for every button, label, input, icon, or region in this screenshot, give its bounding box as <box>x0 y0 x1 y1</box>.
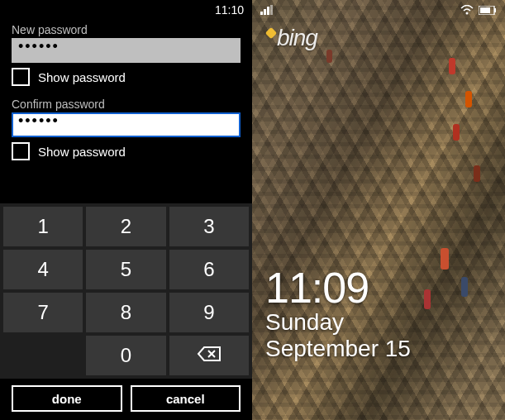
key-8[interactable]: 8 <box>86 293 165 332</box>
key-3[interactable]: 3 <box>169 207 249 246</box>
show-password-label: Show password <box>38 70 126 84</box>
svg-rect-6 <box>480 7 490 13</box>
lock-day: Sunday <box>265 309 411 336</box>
numeric-keypad: 1 2 3 4 5 6 7 8 9 0 <box>0 203 252 379</box>
key-6[interactable]: 6 <box>169 250 249 289</box>
backspace-icon <box>197 344 222 367</box>
done-button[interactable]: done <box>12 385 122 412</box>
cancel-button[interactable]: cancel <box>131 385 241 412</box>
status-bar: 11:10 <box>0 0 252 20</box>
show-new-password-row[interactable]: Show password <box>12 68 241 86</box>
bing-logo: bing <box>267 25 317 51</box>
bing-text: bing <box>277 25 317 51</box>
key-9[interactable]: 9 <box>169 293 249 332</box>
svg-rect-7 <box>494 8 496 12</box>
checkbox-icon[interactable] <box>12 68 30 86</box>
show-confirm-password-row[interactable]: Show password <box>12 142 241 160</box>
svg-rect-3 <box>270 5 273 15</box>
key-2[interactable]: 2 <box>86 207 165 246</box>
checkbox-icon[interactable] <box>12 142 30 160</box>
confirm-password-input[interactable]: •••••• <box>12 112 241 137</box>
status-time: 11:10 <box>215 3 244 17</box>
password-screen: 11:10 New password •••••• Show password … <box>0 0 252 420</box>
key-7[interactable]: 7 <box>3 293 83 332</box>
key-4[interactable]: 4 <box>3 250 83 289</box>
key-1[interactable]: 1 <box>3 207 83 246</box>
lock-screen[interactable]: bing 11:09 Sunday September 15 <box>252 0 505 420</box>
key-blank <box>3 336 83 375</box>
signal-icon <box>260 5 274 15</box>
battery-icon <box>479 6 497 15</box>
wifi-icon <box>460 5 474 15</box>
key-0[interactable]: 0 <box>86 336 165 375</box>
key-5[interactable]: 5 <box>86 250 165 289</box>
confirm-password-label: Confirm password <box>12 98 241 111</box>
lock-time: 11:09 <box>265 266 411 309</box>
bing-accent-icon <box>265 27 277 39</box>
key-backspace[interactable] <box>169 336 249 375</box>
new-password-label: New password <box>12 23 241 36</box>
lock-info: 11:09 Sunday September 15 <box>265 266 411 362</box>
lock-date: September 15 <box>265 336 411 362</box>
new-password-input[interactable]: •••••• <box>12 38 241 63</box>
status-bar <box>252 0 505 20</box>
svg-point-4 <box>466 12 469 15</box>
svg-rect-0 <box>260 12 263 15</box>
password-form: New password •••••• Show password Confir… <box>0 20 252 172</box>
show-password-label: Show password <box>38 145 126 159</box>
action-bar: done cancel <box>0 379 252 420</box>
svg-rect-1 <box>264 9 266 15</box>
svg-rect-2 <box>267 7 269 15</box>
